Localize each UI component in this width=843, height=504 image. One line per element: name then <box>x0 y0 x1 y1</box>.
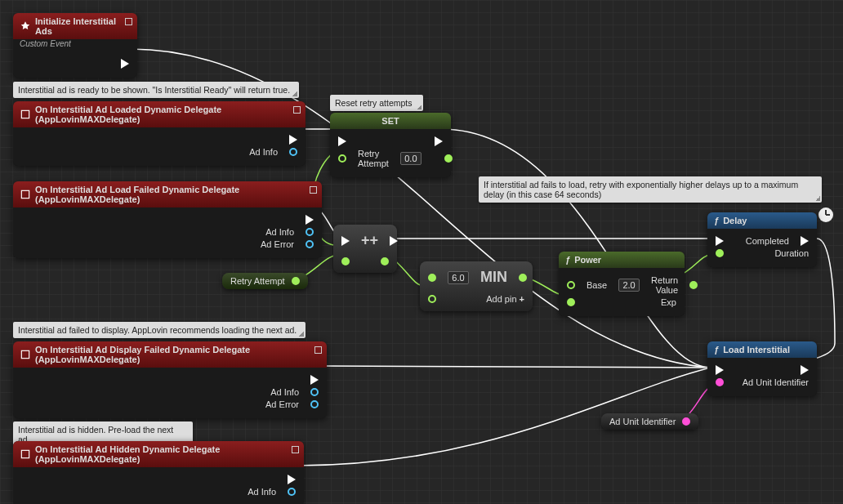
unbind-icon[interactable] <box>310 186 317 194</box>
node-initialize[interactable]: Initialize Interstitial Ads Custom Event <box>13 13 137 78</box>
var-label: Ad Unit Identifier <box>609 417 676 426</box>
delegate-icon <box>20 448 31 460</box>
var-in-pin[interactable] <box>338 154 346 163</box>
node-subtitle: Custom Event <box>13 39 137 51</box>
svg-rect-3 <box>21 450 29 457</box>
adinfo-pin[interactable] <box>288 488 296 496</box>
exec-in-pin[interactable] <box>716 365 724 375</box>
unbind-icon[interactable] <box>293 106 301 114</box>
comment-reset[interactable]: Reset retry attempts <box>330 95 423 111</box>
exec-out-pin[interactable] <box>801 236 809 246</box>
node-title: On Interstitial Ad Display Failed Dynami… <box>35 345 320 364</box>
node-title: Delay <box>723 216 747 225</box>
adinfo-pin[interactable] <box>289 148 297 156</box>
exp-pin[interactable] <box>567 298 575 306</box>
pin-label: Ad Info <box>265 227 294 237</box>
float-in-pin[interactable] <box>341 257 350 265</box>
svg-rect-0 <box>21 110 29 118</box>
value-input[interactable]: 6.0 <box>448 271 469 284</box>
pin-label: Ad Unit Identifier <box>743 377 809 387</box>
exec-out-pin[interactable] <box>390 236 398 246</box>
var-label: Retry Attempt <box>230 276 285 286</box>
pin-label: Ad Error <box>261 239 294 249</box>
pin-label: Ad Info <box>270 387 299 397</box>
node-auid-var[interactable]: Ad Unit Identifier <box>601 413 698 430</box>
b-pin[interactable] <box>428 295 436 303</box>
pin-label: Duration <box>774 248 809 258</box>
node-hidden[interactable]: On Interstitial Ad Hidden Dynamic Delega… <box>13 441 304 504</box>
duration-pin[interactable] <box>716 249 724 257</box>
aderror-pin[interactable] <box>306 240 314 248</box>
adinfo-pin[interactable] <box>306 228 314 236</box>
var-out-pin[interactable] <box>292 277 300 285</box>
unbind-icon[interactable] <box>314 346 322 354</box>
delegate-icon <box>20 109 31 120</box>
event-icon <box>20 20 31 32</box>
exec-in-pin[interactable] <box>338 136 346 146</box>
pin-label: Completed <box>735 236 789 246</box>
base-input[interactable]: 2.0 <box>618 279 640 292</box>
node-title: On Interstitial Ad Hidden Dynamic Delega… <box>35 444 297 464</box>
op-label: ++ <box>361 232 378 249</box>
pin-label: Exp <box>661 297 676 307</box>
float-out-pin[interactable] <box>381 257 389 265</box>
svg-rect-1 <box>21 190 29 198</box>
exec-out-pin[interactable] <box>288 475 296 484</box>
exec-out-pin[interactable] <box>310 375 319 385</box>
exec-out-pin[interactable] <box>121 59 129 69</box>
exec-in-pin[interactable] <box>716 236 724 246</box>
func-icon: ƒ <box>714 345 719 355</box>
node-title: SET <box>381 116 399 126</box>
pin-label: Ad Info <box>249 147 278 157</box>
unbind-icon[interactable] <box>292 446 299 453</box>
node-load-failed[interactable]: On Interstitial Ad Load Failed Dynamic D… <box>13 181 322 258</box>
node-title: On Interstitial Ad Loaded Dynamic Delega… <box>35 105 299 124</box>
node-display-failed[interactable]: On Interstitial Ad Display Failed Dynami… <box>13 341 327 418</box>
pin-label: Base <box>587 280 607 290</box>
comment-retry[interactable]: If interstitial ad fails to load, retry … <box>479 176 822 203</box>
auid-pin[interactable] <box>716 378 724 386</box>
delegate-icon <box>20 189 31 200</box>
a-pin[interactable] <box>428 274 436 282</box>
exec-in-pin[interactable] <box>341 236 350 246</box>
pin-label: Ad Error <box>265 399 299 409</box>
node-min[interactable]: 6.0MIN Add pin + <box>420 261 533 311</box>
node-power[interactable]: ƒ Power Base2.0Return Value Exp <box>559 252 685 316</box>
latent-icon <box>818 207 833 222</box>
node-set[interactable]: SET Retry Attempt0.0 <box>330 113 451 177</box>
aderror-pin[interactable] <box>310 400 319 408</box>
func-icon: ƒ <box>714 216 719 225</box>
node-load-interstitial[interactable]: ƒ Load Interstitial Ad Unit Identifier <box>707 341 817 396</box>
delegate-icon <box>20 349 31 360</box>
node-delay[interactable]: ƒ Delay Completed Duration <box>707 212 817 267</box>
comment-dispfail[interactable]: Interstitial ad failed to display. AppLo… <box>13 322 306 338</box>
exec-out-pin[interactable] <box>801 365 809 375</box>
node-title: Load Interstitial <box>723 345 790 355</box>
node-increment[interactable]: ++ <box>333 225 397 273</box>
comment-ready[interactable]: Interstitial ad is ready to be shown. "I… <box>13 82 299 98</box>
addpin-label: Add pin <box>486 294 516 304</box>
svg-rect-2 <box>21 350 29 358</box>
value-input[interactable]: 0.0 <box>400 152 422 165</box>
adinfo-pin[interactable] <box>310 388 319 396</box>
var-out-pin[interactable] <box>682 417 690 426</box>
pin-label: Return Value <box>651 275 678 295</box>
pin-label: Ad Info <box>248 487 276 497</box>
pin-label: Retry Attempt <box>358 149 389 168</box>
unbind-icon[interactable] <box>125 18 132 25</box>
node-title: Initialize Interstitial Ads <box>35 16 131 36</box>
exec-out-pin[interactable] <box>289 135 297 145</box>
node-title: On Interstitial Ad Load Failed Dynamic D… <box>35 185 315 204</box>
addpin-icon[interactable]: + <box>520 294 524 304</box>
node-retry-var[interactable]: Retry Attempt <box>222 273 308 289</box>
node-title: Power <box>574 255 601 265</box>
out-pin[interactable] <box>519 274 527 282</box>
base-pin[interactable] <box>567 281 575 289</box>
exec-out-pin[interactable] <box>435 136 443 146</box>
ret-pin[interactable] <box>689 281 698 289</box>
exec-out-pin[interactable] <box>306 215 314 225</box>
var-out-pin[interactable] <box>444 154 453 163</box>
node-loaded[interactable]: On Interstitial Ad Loaded Dynamic Delega… <box>13 101 306 166</box>
op-label: MIN <box>480 269 507 286</box>
func-icon: ƒ <box>565 255 570 265</box>
